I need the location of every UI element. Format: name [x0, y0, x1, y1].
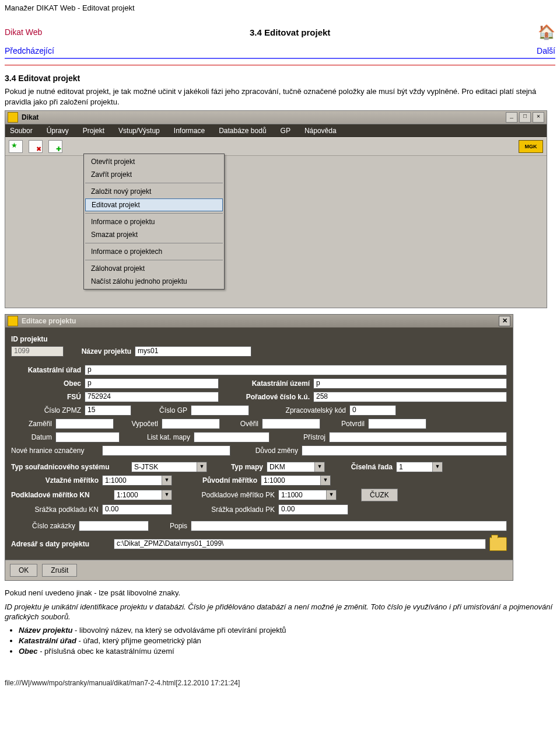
label-fsu: FSÚ: [11, 393, 81, 401]
select-puvodni[interactable]: 1:1000 ▼: [261, 475, 331, 486]
select-value: 1:1000: [103, 476, 162, 484]
chevron-down-icon[interactable]: ▼: [162, 490, 172, 500]
label-datum: Datum: [11, 433, 52, 441]
window-title: Dikat: [22, 113, 506, 121]
input-vypocetl[interactable]: [162, 419, 220, 429]
select-podkl-kn[interactable]: 1:1000 ▼: [114, 490, 172, 500]
nav-next-link[interactable]: Další: [537, 46, 555, 55]
input-adresar[interactable]: c:\Dikat_ZPMZ\Data\mys01_1099\: [114, 539, 486, 549]
toolbar-new-icon[interactable]: [9, 140, 23, 153]
input-cgp[interactable]: [191, 405, 249, 416]
label-podkl-kn: Podkladové měřítko KN: [11, 491, 110, 499]
input-srazka-kn[interactable]: 0.00: [102, 504, 172, 515]
input-overil[interactable]: [262, 419, 320, 429]
input-zameril[interactable]: [55, 419, 114, 429]
menu-item[interactable]: Zavřít projekt: [84, 168, 224, 181]
menu-item[interactable]: Informace o projektech: [84, 245, 224, 258]
menu-item[interactable]: Informace o projektu: [84, 215, 224, 228]
menu-item[interactable]: Databáze bodů: [219, 127, 266, 135]
menu-item[interactable]: GP: [281, 127, 290, 135]
app-icon: [8, 316, 18, 326]
select-value: DKM: [267, 463, 314, 471]
chevron-down-icon[interactable]: ▼: [162, 476, 172, 485]
menu-separator: [85, 213, 223, 214]
close-button[interactable]: ✕: [533, 112, 544, 123]
label-overil: Ověřil: [223, 420, 258, 428]
label-souradnice: Typ souřadnicového systému: [11, 463, 128, 471]
menu-item[interactable]: Informace: [174, 127, 205, 135]
note-paragraph: Pokud není uvedeno jinak - lze psát libo…: [5, 588, 555, 598]
input-name[interactable]: mys01: [135, 346, 251, 357]
label-cis-rada: Číselná řada: [328, 463, 393, 471]
menu-item[interactable]: Smazat projekt: [84, 228, 224, 241]
list-item: Název projektu - libovolný název, na kte…: [19, 626, 555, 635]
menu-item[interactable]: Projekt: [83, 127, 104, 135]
menu-item[interactable]: Soubor: [10, 127, 33, 135]
input-obec[interactable]: p: [85, 378, 219, 389]
chevron-down-icon[interactable]: ▼: [320, 476, 330, 485]
label-kat-uzemi: Katastrální území: [222, 379, 310, 388]
note-paragraph: ID projektu je unikátní identifikace pro…: [5, 602, 555, 622]
select-vztazne[interactable]: 1:1000 ▼: [102, 475, 172, 486]
menu-item[interactable]: Editovat projekt: [85, 198, 223, 211]
select-typ-mapy[interactable]: DKM ▼: [267, 462, 325, 472]
chevron-down-icon[interactable]: ▼: [197, 462, 206, 472]
input-srazka-pk[interactable]: 0.00: [278, 504, 348, 515]
cuzk-button[interactable]: ČUZK: [361, 489, 398, 501]
cancel-button[interactable]: Zrušit: [42, 564, 77, 577]
input-zpmz[interactable]: 15: [85, 405, 131, 416]
label-id: ID projektu: [11, 335, 58, 343]
input-popis[interactable]: [191, 521, 507, 531]
input-list[interactable]: [194, 432, 270, 442]
menu-item[interactable]: Vstup/Výstup: [118, 127, 160, 135]
menu-item[interactable]: Úpravy: [47, 127, 69, 135]
chevron-down-icon[interactable]: ▼: [326, 490, 336, 500]
vendor-logo: MGK: [519, 140, 543, 153]
chevron-down-icon[interactable]: ▼: [314, 462, 324, 472]
minimize-button[interactable]: _: [506, 112, 517, 123]
input-nove-hranice[interactable]: [102, 445, 230, 456]
edit-project-dialog: Editace projektu ✕ ID projektu 1099 Náze…: [5, 314, 513, 581]
dikat-main-window: Dikat _ □ ✕ SouborÚpravyProjektVstup/Výs…: [5, 110, 547, 308]
input-zprac-kod[interactable]: 0: [349, 405, 396, 416]
input-fsu[interactable]: 752924: [85, 392, 219, 402]
chevron-down-icon[interactable]: ▼: [432, 462, 442, 472]
maximize-button[interactable]: □: [519, 112, 531, 123]
toolbar-add-icon[interactable]: [48, 140, 62, 153]
input-kat-urad[interactable]: p: [85, 365, 507, 375]
toolbar-delete-icon[interactable]: [29, 140, 43, 153]
input-duvod[interactable]: [302, 445, 507, 456]
label-vztazne: Vztažné měřítko: [11, 476, 99, 484]
input-datum[interactable]: [55, 432, 120, 442]
input-id: 1099: [11, 346, 64, 357]
menu-item[interactable]: Otevřít projekt: [84, 155, 224, 168]
menu-separator: [85, 183, 223, 183]
menu-item[interactable]: Zálohovat projekt: [84, 262, 224, 275]
home-icon[interactable]: 🏠: [538, 24, 555, 40]
select-value: 1: [397, 463, 432, 471]
input-pristroj[interactable]: [329, 432, 507, 442]
label-podkl-pk: Podkladové měřítko PK: [176, 491, 275, 499]
list-item: Obec - příslušná obec ke katastrálnímu ú…: [19, 647, 555, 656]
list-item: Katastrální úřad - úřad, který přijme ge…: [19, 636, 555, 645]
input-porad-cislo[interactable]: 258: [313, 392, 507, 402]
select-podkl-pk[interactable]: 1:1000 ▼: [278, 490, 337, 500]
close-button[interactable]: ✕: [499, 316, 510, 326]
input-potvrdil[interactable]: [368, 419, 426, 429]
select-cis-rada[interactable]: 1 ▼: [396, 462, 443, 472]
menu-separator: [85, 260, 223, 260]
menu-item[interactable]: Nápověda: [304, 127, 337, 135]
label-srazka-kn: Srážka podkladu KN: [11, 506, 99, 514]
label-kat-urad: Katastrální úřad: [11, 366, 81, 374]
browse-folder-icon[interactable]: [489, 537, 507, 551]
select-value: S-JTSK: [132, 463, 197, 471]
label-obec: Obec: [11, 379, 81, 388]
menu-item[interactable]: Založit nový projekt: [84, 185, 224, 198]
nav-previous-link[interactable]: Předcházející: [5, 46, 54, 55]
label-typ-mapy: Typ mapy: [211, 463, 263, 471]
input-zakazka[interactable]: [79, 521, 149, 531]
input-kat-uzemi[interactable]: p: [313, 378, 507, 389]
select-souradnice[interactable]: S-JTSK ▼: [131, 462, 207, 472]
menu-item[interactable]: Načíst zálohu jednoho projektu: [84, 275, 224, 288]
ok-button[interactable]: OK: [10, 564, 37, 577]
